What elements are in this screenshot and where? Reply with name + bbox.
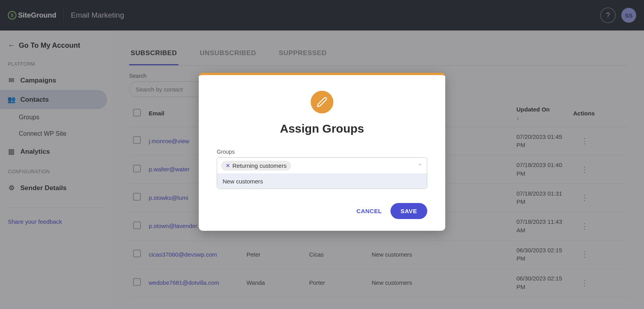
chevron-up-icon[interactable]: ˄ bbox=[419, 163, 421, 169]
save-button[interactable]: SAVE bbox=[390, 203, 427, 219]
selected-group-chip: ✕ Returning customers bbox=[221, 161, 291, 171]
modal-groups-label: Groups bbox=[217, 149, 427, 155]
groups-multiselect[interactable]: ✕ Returning customers ˄ New customers bbox=[217, 157, 427, 189]
pencil-icon bbox=[317, 97, 327, 108]
dropdown-option-new-customers[interactable]: New customers bbox=[217, 174, 427, 189]
assign-groups-modal: Assign Groups Groups ✕ Returning custome… bbox=[199, 73, 445, 231]
modal-header-icon bbox=[311, 91, 333, 113]
chip-label: Returning customers bbox=[232, 162, 286, 169]
chip-remove-icon[interactable]: ✕ bbox=[226, 163, 230, 169]
cancel-button[interactable]: CANCEL bbox=[356, 208, 382, 214]
modal-title: Assign Groups bbox=[217, 122, 427, 135]
